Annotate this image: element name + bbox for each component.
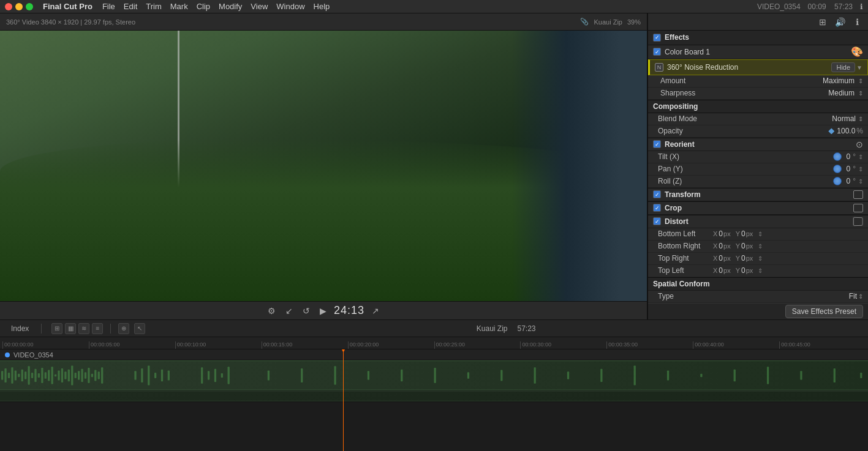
transport-settings-btn[interactable]: ⚙ xyxy=(265,305,278,317)
sharpness-stepper[interactable]: ⇕ xyxy=(858,90,863,97)
inspector-topbar: ⊞ 🔊 ℹ xyxy=(648,13,868,31)
pan-slider[interactable] xyxy=(833,165,842,173)
menu-view[interactable]: View xyxy=(251,2,268,11)
distort-checkbox[interactable] xyxy=(653,217,661,225)
maximize-button[interactable] xyxy=(26,3,33,10)
amount-stepper[interactable]: ⇕ xyxy=(858,78,863,84)
tl-icon-zoom[interactable]: ⊕ xyxy=(118,323,129,334)
pan-row: Pan (Y) 0 ° ⇕ xyxy=(648,163,868,176)
menu-clip[interactable]: Clip xyxy=(197,2,210,11)
transport-share-btn[interactable]: ↗ xyxy=(369,305,382,317)
svg-rect-32 xyxy=(141,368,143,382)
timeline-clip-name: Kuaui Zip xyxy=(477,324,508,333)
transport-play-btn[interactable]: ▶ xyxy=(317,305,329,317)
compositing-title: Compositing xyxy=(653,102,698,111)
tl-icon-cursor[interactable]: ↖ xyxy=(134,323,145,334)
effects-checkbox[interactable] xyxy=(653,34,661,42)
distort-icon xyxy=(853,217,863,226)
top-right-row: Top Right X 0 px Y 0 px ⇕ xyxy=(648,253,868,265)
minimize-button[interactable] xyxy=(15,3,23,10)
index-tab[interactable]: Index xyxy=(6,323,34,334)
tl-icon-grid[interactable]: ⊞ xyxy=(51,323,62,334)
svg-rect-25 xyxy=(85,372,86,379)
roll-value: 0 xyxy=(847,177,851,185)
tl-icon-list[interactable]: ≡ xyxy=(92,323,103,334)
crop-checkbox[interactable] xyxy=(653,204,661,212)
svg-rect-3 xyxy=(11,367,13,384)
pan-unit: ° xyxy=(853,165,856,173)
main-layout: 360° Video 3840 × 1920 | 29.97 fps, Ster… xyxy=(0,13,868,451)
menu-help[interactable]: Help xyxy=(314,2,330,11)
svg-rect-43 xyxy=(301,368,303,382)
menu-mark[interactable]: Mark xyxy=(170,2,188,11)
menu-modify[interactable]: Modify xyxy=(219,2,242,11)
inspector-audio-btn[interactable]: 🔊 xyxy=(834,16,846,28)
svg-rect-57 xyxy=(767,367,769,384)
svg-rect-56 xyxy=(734,370,736,382)
hide-button[interactable]: Hide xyxy=(831,62,855,72)
inspector-info-btn[interactable]: ℹ xyxy=(851,16,863,28)
bottom-right-stepper[interactable]: ⇕ xyxy=(758,243,763,250)
menu-file[interactable]: File xyxy=(102,2,115,11)
bottom-right-y-unit: px xyxy=(746,242,753,250)
tilt-unit: ° xyxy=(853,152,856,161)
tilt-label: Tilt (X) xyxy=(658,152,833,161)
svg-rect-36 xyxy=(168,370,170,380)
crop-section-row: Crop xyxy=(648,201,868,215)
clip-name-timeline: VIDEO_0354 xyxy=(13,351,53,359)
top-section: 360° Video 3840 × 1920 | 29.97 fps, Ster… xyxy=(0,13,868,319)
svg-rect-53 xyxy=(634,365,636,385)
transform-title: Transform xyxy=(665,190,853,199)
transport-prev-btn[interactable]: ↙ xyxy=(283,305,295,317)
ruler-mark-2: 00:00:10:00 xyxy=(175,341,262,349)
save-preset-button[interactable]: Save Effects Preset xyxy=(785,305,863,318)
tl-icon-film[interactable]: ▦ xyxy=(65,323,76,334)
transport-loop-btn[interactable]: ↺ xyxy=(300,305,312,317)
top-right-stepper[interactable]: ⇕ xyxy=(758,255,763,262)
roll-unit: ° xyxy=(853,177,856,185)
ruler-mark-5: 00:00:25:00 xyxy=(434,341,521,349)
waveform-svg xyxy=(1,363,867,388)
ruler-mark-8: 00:00:40:00 xyxy=(693,341,779,349)
tilt-slider[interactable] xyxy=(833,152,842,161)
color-board-row: Color Board 1 🎨 xyxy=(648,45,868,60)
svg-rect-40 xyxy=(221,373,223,378)
top-right-x-value: 0 xyxy=(719,254,723,263)
menu-edit[interactable]: Edit xyxy=(124,2,137,11)
svg-rect-12 xyxy=(41,368,43,383)
roll-stepper[interactable]: ⇕ xyxy=(858,178,863,185)
clip-label-row: VIDEO_0354 xyxy=(0,349,868,360)
reorient-checkbox[interactable] xyxy=(653,140,661,148)
playhead xyxy=(343,349,344,451)
menu-trim[interactable]: Trim xyxy=(146,2,162,11)
color-board-checkbox[interactable] xyxy=(653,48,661,56)
tilt-stepper[interactable]: ⇕ xyxy=(858,154,863,160)
svg-rect-33 xyxy=(148,365,149,385)
roll-label: Roll (Z) xyxy=(658,177,833,185)
roll-slider[interactable] xyxy=(833,177,842,185)
inspector-grid-btn[interactable]: ⊞ xyxy=(817,16,829,28)
crop-title: Crop xyxy=(665,204,853,212)
svg-rect-44 xyxy=(334,366,336,384)
audio-track-fill xyxy=(0,391,868,401)
tl-icon-audio[interactable]: ≋ xyxy=(78,323,89,334)
amount-label: Amount xyxy=(660,76,823,85)
bottom-left-x-unit: px xyxy=(723,230,731,237)
top-left-stepper[interactable]: ⇕ xyxy=(758,267,763,274)
clip-name-preview: Kuaui Zip xyxy=(594,18,622,26)
filename-display: VIDEO_0354 xyxy=(757,2,801,11)
info-icon[interactable]: ℹ xyxy=(860,2,863,11)
bottom-left-stepper[interactable]: ⇕ xyxy=(758,231,763,237)
pan-stepper[interactable]: ⇕ xyxy=(858,166,863,173)
svg-rect-5 xyxy=(18,374,20,377)
menu-window[interactable]: Window xyxy=(276,2,304,11)
close-button[interactable] xyxy=(5,3,12,10)
clip-waveform-row[interactable] xyxy=(0,360,868,391)
transform-checkbox[interactable] xyxy=(653,190,661,198)
blend-mode-row: Blend Mode Normal ⇕ xyxy=(648,113,868,125)
tl-separator-2 xyxy=(110,324,111,334)
noise-reduction-icon: N xyxy=(655,63,663,72)
svg-rect-10 xyxy=(34,369,36,382)
tilt-value: 0 xyxy=(847,152,851,161)
bottom-right-y-label: Y xyxy=(736,242,740,250)
